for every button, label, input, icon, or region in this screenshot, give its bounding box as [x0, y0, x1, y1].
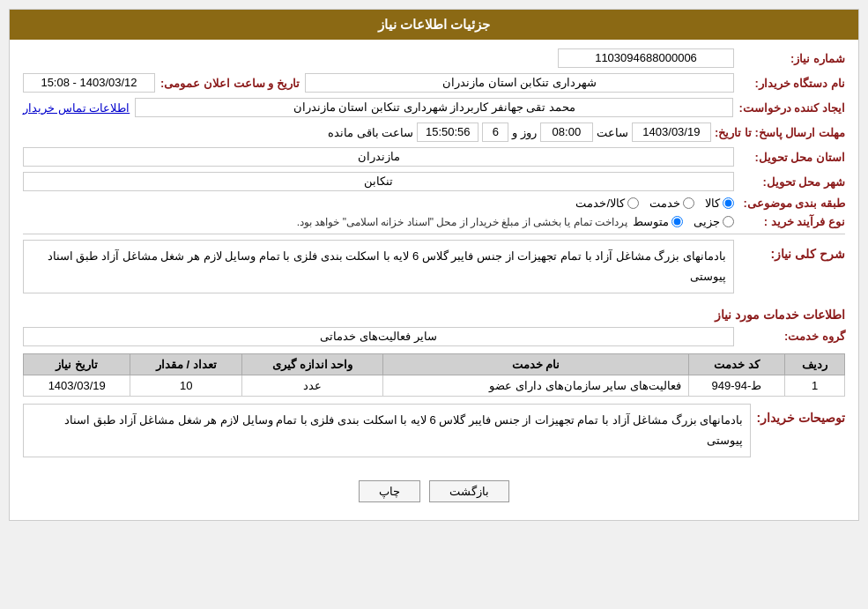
service-info-title: اطلاعات خدمات مورد نیاز [23, 308, 845, 322]
services-table: ردیف کد خدمت نام خدمت واحد اندازه گیری ت… [23, 353, 845, 397]
cell-code: ط-94-949 [688, 375, 784, 396]
col-code: کد خدمت [688, 353, 784, 375]
announce-value: 1403/03/12 - 15:08 [23, 73, 155, 93]
description-label: شرح کلی نیاز: [739, 247, 845, 261]
remaining-value: 15:50:56 [417, 123, 479, 142]
col-unit: واحد اندازه گیری [242, 353, 383, 375]
buyer-desc-label: توصیحات خریدار: [756, 411, 845, 425]
province-value: مازندران [23, 147, 734, 167]
city-label: شهر محل تحویل: [739, 175, 845, 189]
org-name-value: شهرداری تنکابن استان مازندران [305, 73, 734, 93]
back-button[interactable]: بازگشت [429, 480, 509, 502]
page-header: جزئیات اطلاعات نیاز [10, 10, 858, 40]
cell-row: 1 [785, 375, 845, 396]
cell-unit: عدد [242, 375, 383, 396]
deadline-time: 08:00 [540, 123, 593, 142]
category-kala-radio[interactable] [723, 197, 734, 209]
print-button[interactable]: چاپ [359, 480, 420, 502]
need-number-value: 1103094688000006 [558, 48, 734, 68]
category-kala[interactable]: کالا [705, 197, 734, 210]
col-name: نام خدمت [383, 353, 689, 375]
city-value: تنکابن [23, 172, 734, 191]
province-label: استان محل تحویل: [739, 151, 845, 164]
process-motavasset[interactable]: متوسط [633, 215, 683, 228]
description-text: بادمانهای بزرگ مشاغل آزاد با تمام تجهیزا… [23, 240, 734, 293]
category-both-label: کالا/خدمت [575, 197, 625, 210]
category-khedmat[interactable]: خدمت [649, 197, 694, 210]
cell-name: فعالیت‌های سایر سازمان‌های دارای عضو [383, 375, 689, 396]
days-value: 6 [482, 123, 508, 142]
deadline-label: مهلت ارسال پاسخ: تا تاریخ: [715, 126, 845, 139]
footer-buttons: بازگشت چاپ [23, 472, 845, 511]
creator-label: ایجاد کننده درخواست: [738, 101, 845, 115]
process-motavasset-radio[interactable] [671, 216, 683, 227]
category-khedmat-radio[interactable] [683, 197, 694, 209]
process-notice: پرداخت تمام یا بخشی از مبلغ خریدار از مح… [297, 216, 627, 228]
process-motavasset-label: متوسط [633, 215, 669, 228]
group-label: گروه خدمت: [739, 330, 845, 343]
group-value: سایر فعالیت‌های خدماتی [23, 327, 734, 346]
announce-label: تاریخ و ساعت اعلان عمومی: [160, 77, 300, 90]
category-kala-label: کالا [705, 197, 720, 210]
process-jozi[interactable]: جزیی [694, 215, 734, 228]
need-number-label: شماره نیاز: [739, 52, 845, 65]
col-date: تاریخ نیاز [24, 353, 130, 375]
process-label: نوع فرآیند خرید : [739, 215, 845, 228]
category-both-radio[interactable] [627, 197, 639, 209]
process-jozi-label: جزیی [694, 215, 720, 228]
buyer-desc-text: بادمانهای بزرگ مشاغل آزاد با تمام تجهیزا… [23, 404, 751, 457]
deadline-date: 1403/03/19 [632, 123, 711, 142]
col-row: ردیف [785, 353, 845, 375]
org-name-label: نام دستگاه خریدار: [739, 77, 845, 90]
category-label: طبقه بندی موضوعی: [739, 197, 845, 210]
contact-link[interactable]: اطلاعات تماس خریدار [23, 101, 130, 115]
col-quantity: تعداد / مقدار [130, 353, 242, 375]
process-jozi-radio[interactable] [723, 216, 734, 227]
table-row: 1 ط-94-949 فعالیت‌های سایر سازمان‌های دا… [24, 375, 845, 396]
remaining-label: ساعت باقی مانده [328, 126, 413, 139]
days-label: روز و [512, 126, 537, 139]
buyer-desc-section: توصیحات خریدار: بادمانهای بزرگ مشاغل آزا… [23, 404, 845, 464]
category-khedmat-label: خدمت [649, 197, 680, 210]
cell-quantity: 10 [130, 375, 242, 396]
category-kala-khedmat[interactable]: کالا/خدمت [575, 197, 639, 210]
creator-value: محمد تقی جهانفر کاربرداز شهرداری تنکابن … [135, 98, 733, 117]
deadline-time-label: ساعت [597, 126, 628, 139]
cell-date: 1403/03/19 [24, 375, 130, 396]
services-table-wrapper: ردیف کد خدمت نام خدمت واحد اندازه گیری ت… [23, 353, 845, 397]
